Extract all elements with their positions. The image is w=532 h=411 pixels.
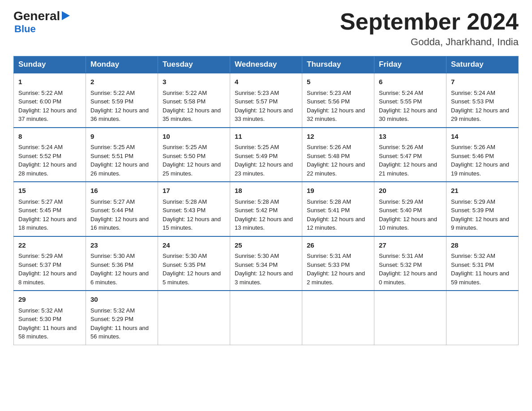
calendar-cell-5-2: 30Sunrise: 5:32 AMSunset: 5:29 PMDayligh… xyxy=(86,291,158,345)
calendar-cell-5-5 xyxy=(302,291,374,345)
col-friday: Friday xyxy=(374,56,446,73)
day-number: 21 xyxy=(451,186,514,196)
calendar-cell-5-7 xyxy=(446,291,519,345)
day-info: Sunrise: 5:28 AMSunset: 5:43 PMDaylight:… xyxy=(163,197,225,232)
day-number: 7 xyxy=(451,77,514,87)
day-info: Sunrise: 5:23 AMSunset: 5:57 PMDaylight:… xyxy=(235,89,297,124)
day-number: 2 xyxy=(90,77,153,87)
day-number: 17 xyxy=(163,186,225,196)
day-number: 15 xyxy=(18,186,81,196)
day-info: Sunrise: 5:31 AMSunset: 5:32 PMDaylight:… xyxy=(379,252,442,287)
day-info: Sunrise: 5:23 AMSunset: 5:56 PMDaylight:… xyxy=(307,89,369,124)
day-info: Sunrise: 5:25 AMSunset: 5:49 PMDaylight:… xyxy=(235,143,297,178)
calendar-cell-2-3: 10Sunrise: 5:25 AMSunset: 5:50 PMDayligh… xyxy=(158,128,230,182)
calendar-cell-4-1: 22Sunrise: 5:29 AMSunset: 5:37 PMDayligh… xyxy=(14,236,86,291)
calendar-cell-1-6: 6Sunrise: 5:24 AMSunset: 5:55 PMDaylight… xyxy=(374,73,446,128)
calendar-cell-2-1: 8Sunrise: 5:24 AMSunset: 5:52 PMDaylight… xyxy=(14,128,86,182)
calendar-cell-3-5: 19Sunrise: 5:28 AMSunset: 5:41 PMDayligh… xyxy=(302,182,374,236)
day-info: Sunrise: 5:32 AMSunset: 5:31 PMDaylight:… xyxy=(451,252,514,287)
logo-blue-text: Blue xyxy=(14,23,36,34)
day-info: Sunrise: 5:22 AMSunset: 5:59 PMDaylight:… xyxy=(90,89,153,124)
calendar-cell-1-1: 1Sunrise: 5:22 AMSunset: 6:00 PMDaylight… xyxy=(14,73,86,128)
day-number: 18 xyxy=(235,186,297,196)
calendar-cell-2-2: 9Sunrise: 5:25 AMSunset: 5:51 PMDaylight… xyxy=(86,128,158,182)
calendar-cell-1-7: 7Sunrise: 5:24 AMSunset: 5:53 PMDaylight… xyxy=(446,73,519,128)
day-number: 6 xyxy=(379,77,442,87)
day-number: 28 xyxy=(451,240,514,251)
calendar-cell-2-4: 11Sunrise: 5:25 AMSunset: 5:49 PMDayligh… xyxy=(230,128,302,182)
day-number: 29 xyxy=(18,295,81,305)
day-number: 13 xyxy=(379,132,442,142)
day-number: 24 xyxy=(163,240,225,251)
calendar-cell-1-2: 2Sunrise: 5:22 AMSunset: 5:59 PMDaylight… xyxy=(86,73,158,128)
day-info: Sunrise: 5:30 AMSunset: 5:35 PMDaylight:… xyxy=(163,252,225,287)
calendar-cell-3-3: 17Sunrise: 5:28 AMSunset: 5:43 PMDayligh… xyxy=(158,182,230,236)
month-title: September 2024 xyxy=(340,9,519,34)
day-number: 23 xyxy=(90,240,153,251)
day-info: Sunrise: 5:22 AMSunset: 6:00 PMDaylight:… xyxy=(18,89,81,124)
calendar-week-1: 1Sunrise: 5:22 AMSunset: 6:00 PMDaylight… xyxy=(14,73,519,128)
day-number: 11 xyxy=(235,132,297,142)
day-info: Sunrise: 5:29 AMSunset: 5:37 PMDaylight:… xyxy=(18,252,81,287)
day-info: Sunrise: 5:29 AMSunset: 5:39 PMDaylight:… xyxy=(451,197,514,232)
col-tuesday: Tuesday xyxy=(158,56,230,73)
day-info: Sunrise: 5:24 AMSunset: 5:55 PMDaylight:… xyxy=(379,89,442,124)
day-info: Sunrise: 5:26 AMSunset: 5:48 PMDaylight:… xyxy=(307,143,369,178)
day-info: Sunrise: 5:30 AMSunset: 5:34 PMDaylight:… xyxy=(235,252,297,287)
calendar-cell-5-1: 29Sunrise: 5:32 AMSunset: 5:30 PMDayligh… xyxy=(14,291,86,345)
calendar-cell-3-7: 21Sunrise: 5:29 AMSunset: 5:39 PMDayligh… xyxy=(446,182,519,236)
col-sunday: Sunday xyxy=(14,56,86,73)
col-monday: Monday xyxy=(86,56,158,73)
calendar-cell-5-6 xyxy=(374,291,446,345)
day-number: 27 xyxy=(379,240,442,251)
svg-marker-0 xyxy=(62,11,70,20)
calendar-header-row: Sunday Monday Tuesday Wednesday Thursday… xyxy=(14,56,519,73)
location-subtitle: Godda, Jharkhand, India xyxy=(340,36,519,48)
calendar-cell-3-2: 16Sunrise: 5:27 AMSunset: 5:44 PMDayligh… xyxy=(86,182,158,236)
day-info: Sunrise: 5:32 AMSunset: 5:30 PMDaylight:… xyxy=(18,306,81,341)
calendar-week-3: 15Sunrise: 5:27 AMSunset: 5:45 PMDayligh… xyxy=(14,182,519,236)
calendar-cell-5-3 xyxy=(158,291,230,345)
logo: General Blue xyxy=(13,9,70,35)
calendar-cell-1-4: 4Sunrise: 5:23 AMSunset: 5:57 PMDaylight… xyxy=(230,73,302,128)
calendar-cell-2-6: 13Sunrise: 5:26 AMSunset: 5:47 PMDayligh… xyxy=(374,128,446,182)
calendar-cell-2-5: 12Sunrise: 5:26 AMSunset: 5:48 PMDayligh… xyxy=(302,128,374,182)
calendar-cell-1-5: 5Sunrise: 5:23 AMSunset: 5:56 PMDaylight… xyxy=(302,73,374,128)
calendar-cell-4-3: 24Sunrise: 5:30 AMSunset: 5:35 PMDayligh… xyxy=(158,236,230,291)
col-wednesday: Wednesday xyxy=(230,56,302,73)
day-number: 9 xyxy=(90,132,153,142)
day-number: 16 xyxy=(90,186,153,196)
calendar-week-2: 8Sunrise: 5:24 AMSunset: 5:52 PMDaylight… xyxy=(14,128,519,182)
day-info: Sunrise: 5:31 AMSunset: 5:33 PMDaylight:… xyxy=(307,252,369,287)
day-info: Sunrise: 5:24 AMSunset: 5:52 PMDaylight:… xyxy=(18,143,81,178)
calendar-cell-4-6: 27Sunrise: 5:31 AMSunset: 5:32 PMDayligh… xyxy=(374,236,446,291)
day-info: Sunrise: 5:24 AMSunset: 5:53 PMDaylight:… xyxy=(451,89,514,124)
calendar-cell-5-4 xyxy=(230,291,302,345)
day-info: Sunrise: 5:22 AMSunset: 5:58 PMDaylight:… xyxy=(163,89,225,124)
day-number: 4 xyxy=(235,77,297,87)
day-info: Sunrise: 5:27 AMSunset: 5:44 PMDaylight:… xyxy=(90,197,153,232)
calendar-cell-3-1: 15Sunrise: 5:27 AMSunset: 5:45 PMDayligh… xyxy=(14,182,86,236)
calendar-week-5: 29Sunrise: 5:32 AMSunset: 5:30 PMDayligh… xyxy=(14,291,519,345)
calendar-cell-4-7: 28Sunrise: 5:32 AMSunset: 5:31 PMDayligh… xyxy=(446,236,519,291)
calendar-cell-1-3: 3Sunrise: 5:22 AMSunset: 5:58 PMDaylight… xyxy=(158,73,230,128)
day-number: 30 xyxy=(90,295,153,305)
day-number: 26 xyxy=(307,240,369,251)
day-info: Sunrise: 5:30 AMSunset: 5:36 PMDaylight:… xyxy=(90,252,153,287)
day-number: 12 xyxy=(307,132,369,142)
logo-general-text: General xyxy=(13,9,60,23)
calendar-cell-4-4: 25Sunrise: 5:30 AMSunset: 5:34 PMDayligh… xyxy=(230,236,302,291)
calendar-cell-3-6: 20Sunrise: 5:29 AMSunset: 5:40 PMDayligh… xyxy=(374,182,446,236)
calendar-table: Sunday Monday Tuesday Wednesday Thursday… xyxy=(13,56,519,345)
logo-arrow-icon xyxy=(62,11,70,22)
day-info: Sunrise: 5:26 AMSunset: 5:47 PMDaylight:… xyxy=(379,143,442,178)
day-number: 14 xyxy=(451,132,514,142)
day-number: 10 xyxy=(163,132,225,142)
day-info: Sunrise: 5:28 AMSunset: 5:41 PMDaylight:… xyxy=(307,197,369,232)
page-header: General Blue September 2024 Godda, Jhark… xyxy=(13,9,519,48)
col-saturday: Saturday xyxy=(446,56,519,73)
day-number: 3 xyxy=(163,77,225,87)
day-number: 5 xyxy=(307,77,369,87)
day-number: 19 xyxy=(307,186,369,196)
calendar-cell-4-5: 26Sunrise: 5:31 AMSunset: 5:33 PMDayligh… xyxy=(302,236,374,291)
